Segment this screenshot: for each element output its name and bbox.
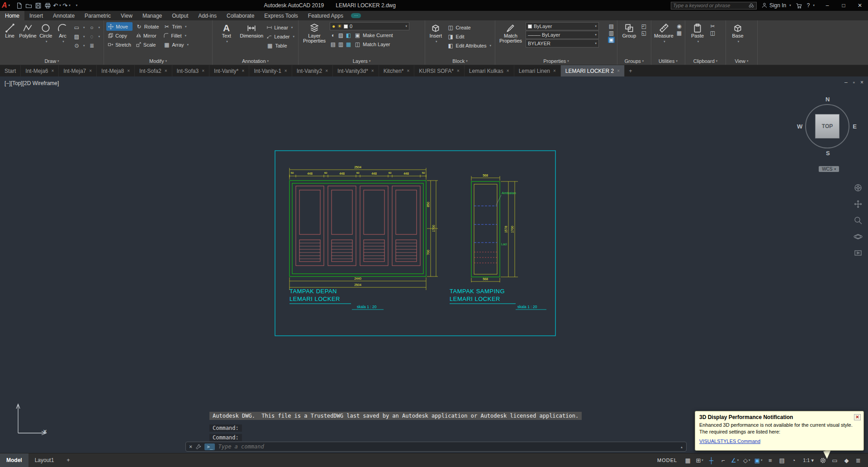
search-binoculars-icon[interactable]	[748, 2, 754, 9]
properties-list-icon[interactable]: ▤	[608, 23, 615, 29]
paste-button[interactable]: Paste ▾	[688, 22, 707, 44]
panel-title-draw[interactable]: Draw	[0, 57, 104, 65]
lineweight-combo[interactable]: ——— ByLayer	[526, 31, 599, 39]
mirror-button[interactable]: Mirror	[134, 31, 160, 40]
file-tab-int-sofa3[interactable]: Int-Sofa3×	[172, 65, 210, 76]
plot-icon[interactable]	[43, 1, 52, 10]
properties-transparency-icon[interactable]: ▥	[608, 30, 615, 36]
panel-title-utilities[interactable]: Utilities	[651, 57, 685, 65]
viewcube[interactable]: N W E S TOP	[798, 97, 857, 156]
file-tab-lemari-kulkas[interactable]: Lemari Kulkas×	[465, 65, 514, 76]
file-tab-int-vanity2[interactable]: Int-Vanity2×	[292, 65, 333, 76]
redo-icon[interactable]: ↷▾	[62, 1, 71, 10]
transparency-icon[interactable]: ▤	[777, 455, 787, 466]
polyline-button[interactable]: Polyline	[19, 22, 37, 38]
boundary-tool-icon[interactable]: ⊙▾	[72, 41, 86, 50]
group-edit-icon[interactable]: ◱	[640, 30, 647, 36]
tab-close-icon[interactable]: ×	[407, 68, 409, 73]
sign-in-control[interactable]: Sign In ▾	[761, 2, 791, 9]
recent-commands-icon[interactable]: >_	[204, 443, 215, 450]
qat-customize-icon[interactable]: ▾	[71, 1, 81, 10]
dimension-button[interactable]: Dimension	[240, 22, 263, 38]
ribbon-tab-featured-apps[interactable]: Featured Apps	[303, 11, 348, 20]
viewcube-west[interactable]: W	[797, 123, 802, 130]
linear-button[interactable]: Linear▾	[265, 23, 296, 32]
file-tab-kitchen[interactable]: Kitchen*×	[379, 65, 415, 76]
viewcube-south[interactable]: S	[826, 150, 830, 157]
tab-close-icon[interactable]: ×	[553, 68, 556, 73]
annotation-visibility-icon[interactable]: ◔	[788, 455, 799, 466]
command-line[interactable]: × >_ ▴	[185, 442, 687, 452]
arc-button[interactable]: Arc ▾	[55, 22, 70, 44]
file-tab-k[interactable]: KURSI SOFA*×	[414, 65, 465, 76]
tab-close-icon[interactable]: ×	[242, 68, 245, 73]
drawing-minimize-icon[interactable]: –	[844, 79, 848, 86]
panel-title-groups[interactable]: Groups	[617, 57, 651, 65]
tab-close-icon[interactable]: ×	[202, 68, 204, 73]
group-button[interactable]: Group	[620, 22, 639, 38]
notification-close-icon[interactable]: ✕	[854, 414, 861, 420]
make-current-button[interactable]: ▣Make Current	[353, 31, 394, 39]
region-tool-icon[interactable]: ≣	[87, 41, 101, 50]
layout1-tab[interactable]: Layout1	[28, 453, 61, 467]
new-drawing-tab-button[interactable]: +	[625, 65, 636, 76]
showmotion-icon[interactable]	[854, 248, 863, 257]
viewcube-top-face[interactable]: TOP	[815, 114, 840, 138]
text-button[interactable]: A Text ▾	[215, 22, 238, 44]
file-tab-int-meja8[interactable]: Int-Meja8×	[97, 65, 135, 76]
trim-button[interactable]: ✂Trim▾	[162, 22, 190, 31]
isodraft-icon[interactable]: ◇▾	[741, 455, 752, 466]
steering-wheel-icon[interactable]	[854, 183, 863, 192]
object-snap-icon[interactable]: ▣▾	[753, 455, 764, 466]
tab-close-icon[interactable]: ×	[127, 68, 130, 73]
help-search-box[interactable]	[671, 2, 757, 10]
ribbon-tab-collaborate[interactable]: Collaborate	[222, 11, 259, 20]
scale-button[interactable]: Scale	[134, 40, 160, 49]
panel-title-view[interactable]: View	[726, 57, 757, 65]
layer-unisolate-icon[interactable]: ▥	[337, 41, 344, 48]
create-block-button[interactable]: ◫Create	[446, 23, 493, 32]
tab-close-icon[interactable]: ×	[507, 68, 509, 73]
ribbon-tab-insert[interactable]: Insert	[24, 11, 48, 20]
array-button[interactable]: ▦Array▾	[162, 40, 190, 49]
layer-isolate-icon[interactable]: ▨	[337, 32, 344, 38]
file-tab-int-vanity3d[interactable]: Int-Vanity3d*×	[333, 65, 379, 76]
clean-screen-icon[interactable]: ≣	[853, 455, 863, 466]
rotate-button[interactable]: ↻Rotate	[134, 22, 160, 31]
panel-title-annotation[interactable]: Annotation	[213, 57, 298, 65]
panel-title-modify[interactable]: Modify	[104, 57, 212, 65]
save-icon[interactable]	[33, 1, 43, 10]
copy-clip-icon[interactable]: ◫	[709, 30, 716, 36]
tab-close-icon[interactable]: ×	[617, 68, 620, 73]
cut-icon[interactable]: ✂	[709, 23, 716, 29]
ortho-icon[interactable]: ⌐	[718, 455, 728, 466]
layer-properties-button[interactable]: Layer Properties	[301, 22, 328, 43]
cad-drawing[interactable]: 2504 448 448 448 448 50 60 60 60 50 850 …	[271, 147, 564, 342]
quick-calc-icon[interactable]: ▦	[676, 30, 683, 36]
app-store-cart-icon[interactable]	[796, 2, 802, 9]
dynamic-input-icon[interactable]: ┼	[706, 455, 716, 466]
tab-close-icon[interactable]: ×	[371, 68, 374, 73]
fillet-button[interactable]: Fillet▾	[162, 31, 190, 40]
edit-attributes-button[interactable]: ◧Edit Attributes▾	[446, 41, 493, 50]
annotation-scale-control[interactable]: 1:1▾	[800, 457, 816, 463]
move-button[interactable]: Move	[106, 22, 133, 31]
tab-close-icon[interactable]: ×	[51, 68, 54, 73]
layer-walk-icon[interactable]: ▦	[345, 41, 352, 48]
file-tab-lemari-linen[interactable]: Lemari Linen×	[514, 65, 561, 76]
search-input[interactable]	[673, 3, 746, 8]
properties-quick-select-icon[interactable]: ▣	[608, 37, 615, 43]
snap-icon[interactable]: ⊞▾	[694, 455, 705, 466]
copy-button[interactable]: Copy	[106, 31, 133, 40]
viewport-controls[interactable]: [−][Top][2D Wireframe]	[5, 80, 59, 86]
ribbon-display-toggle[interactable]: ⋯	[351, 13, 361, 18]
pan-icon[interactable]	[854, 200, 863, 209]
orbit-icon[interactable]	[854, 232, 863, 241]
ribbon-tab-view[interactable]: View	[116, 11, 138, 20]
command-close-icon[interactable]: ×	[189, 443, 192, 450]
rectangle-tool-icon[interactable]: ▭▾	[72, 23, 86, 32]
app-menu-button[interactable]: A ▾	[0, 0, 13, 11]
minimize-button[interactable]: –	[819, 0, 835, 11]
file-tab-int-sofa2[interactable]: Int-Sofa2×	[135, 65, 172, 76]
gradient-tool-icon[interactable]: ◌▾	[87, 32, 101, 41]
